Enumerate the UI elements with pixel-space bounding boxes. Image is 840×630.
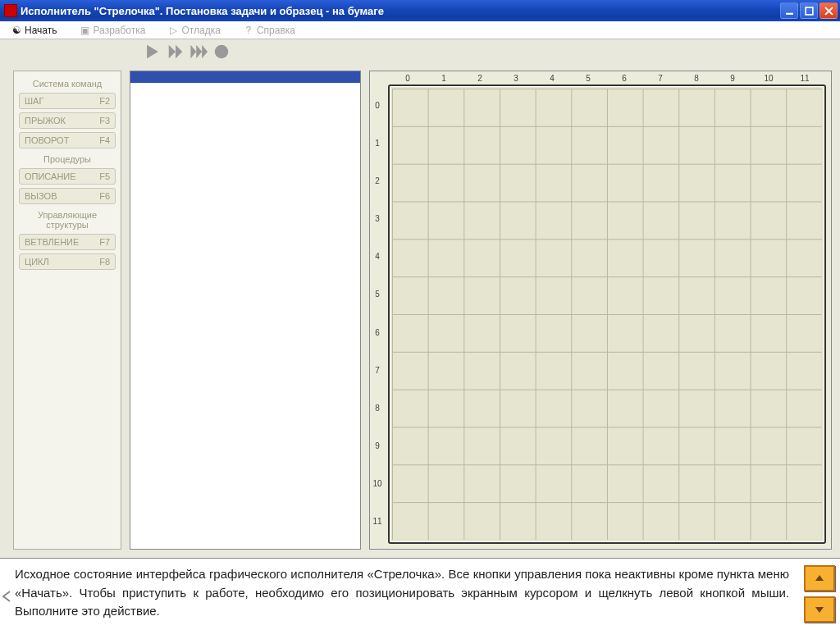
section-commands-label: Система команд: [19, 76, 116, 93]
menu-debug: ▷ Отладка: [157, 21, 231, 39]
window-title: Исполнитель "Стрелочка". Постановка зада…: [21, 5, 780, 17]
svg-point-2: [215, 45, 229, 59]
grid-x-labels: 0 1 2 3 4 5 6 7 8 9 10 11: [390, 74, 823, 84]
play-icon: ▷: [168, 25, 178, 35]
minimize-button[interactable]: [780, 2, 798, 19]
menu-develop-label: Разработка: [94, 25, 146, 36]
tool-stop-button[interactable]: [212, 43, 231, 61]
footer-description: Исходное состояние интерфейса графическо…: [0, 559, 799, 630]
cmd-step-button[interactable]: ШАГF2: [19, 93, 116, 109]
tool-play-button[interactable]: [144, 43, 162, 61]
menu-start[interactable]: ☯ Начать: [0, 21, 69, 39]
menu-develop: ▣ Разработка: [69, 21, 158, 39]
main-area: Система команд ШАГF2 ПРЫЖОКF3 ПОВОРОТF4 …: [0, 64, 840, 556]
tool-forward-button[interactable]: [167, 43, 185, 61]
tool-fastforward-button[interactable]: [189, 43, 208, 61]
code-titlebar: [130, 71, 360, 83]
cmd-turn-button[interactable]: ПОВОРОТF4: [19, 132, 116, 148]
close-button[interactable]: [819, 2, 838, 19]
menu-help: ? Справка: [232, 21, 307, 39]
grid-canvas[interactable]: [388, 84, 826, 544]
toolbar: [0, 39, 840, 64]
svg-rect-1: [806, 7, 813, 15]
cmd-call-button[interactable]: ВЫЗОВF6: [19, 188, 116, 204]
section-structures-label: Управляющие структуры: [19, 208, 116, 234]
cmd-branch-button[interactable]: ВЕТВЛЕНИЕF7: [19, 234, 116, 250]
code-area[interactable]: [130, 71, 361, 550]
menubar: ☯ Начать ▣ Разработка ▷ Отладка ? Справк…: [0, 21, 840, 39]
menu-start-label: Начать: [25, 25, 57, 36]
help-icon: ?: [244, 25, 253, 35]
develop-icon: ▣: [80, 25, 90, 35]
nav-up-button[interactable]: [804, 565, 835, 591]
nav-down-button[interactable]: [804, 596, 835, 623]
section-procedures-label: Процедуры: [19, 152, 116, 168]
yin-yang-icon: ☯: [11, 25, 21, 35]
cmd-jump-button[interactable]: ПРЫЖОКF3: [19, 112, 116, 129]
titlebar: Исполнитель "Стрелочка". Постановка зада…: [0, 0, 840, 21]
maximize-button[interactable]: [800, 2, 818, 19]
menu-help-label: Справка: [257, 25, 295, 36]
footer: Исходное состояние интерфейса графическо…: [0, 558, 840, 630]
command-panel: Система команд ШАГF2 ПРЫЖОКF3 ПОВОРОТF4 …: [13, 71, 121, 550]
grid-cells: [392, 89, 822, 540]
svg-rect-0: [786, 12, 793, 14]
footer-left-arrow-icon: [0, 590, 13, 603]
code-editor[interactable]: [130, 83, 360, 549]
app-icon: [4, 4, 17, 17]
grid-y-labels: 0 1 2 3 4 5 6 7 8 9 10 11: [372, 86, 383, 541]
menu-debug-label: Отладка: [181, 25, 220, 36]
grid-panel: 0 1 2 3 4 5 6 7 8 9 10 11 0 1 2 3 4 5 6 …: [369, 71, 832, 550]
cmd-desc-button[interactable]: ОПИСАНИЕF5: [19, 168, 116, 185]
cmd-loop-button[interactable]: ЦИКЛF8: [19, 253, 116, 270]
